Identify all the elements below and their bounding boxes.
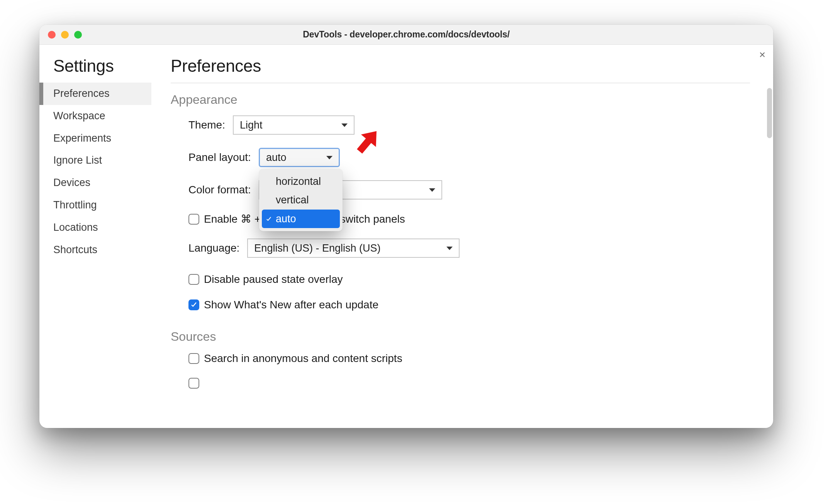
theme-select[interactable]: Light — [233, 115, 355, 135]
sidebar-item-devices[interactable]: Devices — [39, 172, 151, 194]
devtools-window: DevTools - developer.chrome.com/docs/dev… — [39, 25, 773, 428]
panel-layout-select-value: auto — [266, 152, 319, 164]
truncated-checkbox[interactable] — [188, 378, 199, 389]
panel-layout-option-horizontal[interactable]: horizontal — [262, 172, 340, 191]
search-anon-row: Search in anonymous and content scripts — [188, 352, 765, 365]
disable-paused-label: Disable paused state overlay — [204, 273, 343, 286]
chevron-down-icon — [429, 188, 435, 192]
settings-nav: Preferences Workspace Experiments Ignore… — [39, 83, 151, 261]
settings-sidebar: Settings Preferences Workspace Experimen… — [39, 45, 151, 428]
window-minimize-button[interactable] — [61, 31, 69, 39]
disable-paused-checkbox[interactable] — [188, 274, 199, 285]
sidebar-item-throttling[interactable]: Throttling — [39, 194, 151, 216]
window-close-button[interactable] — [48, 31, 56, 39]
traffic-lights — [48, 31, 82, 39]
window-zoom-button[interactable] — [74, 31, 82, 39]
theme-select-value: Light — [240, 119, 334, 131]
divider — [171, 83, 750, 83]
panel-layout-option-vertical[interactable]: vertical — [262, 191, 340, 209]
check-icon — [266, 212, 272, 226]
chevron-down-icon — [446, 247, 453, 250]
theme-row: Theme: Light — [188, 115, 765, 135]
scrollbar-thumb[interactable] — [767, 88, 772, 138]
theme-label: Theme: — [188, 119, 225, 131]
sidebar-item-preferences[interactable]: Preferences — [39, 83, 151, 105]
panel-layout-row: Panel layout: auto horizontal vertical — [188, 148, 765, 167]
panel-layout-option-auto-label: auto — [276, 213, 296, 225]
window-title: DevTools - developer.chrome.com/docs/dev… — [303, 29, 510, 40]
chevron-down-icon — [326, 156, 333, 159]
language-row: Language: English (US) - English (US) — [188, 238, 765, 258]
appearance-section-title: Appearance — [171, 93, 765, 107]
show-whats-new-checkbox[interactable] — [188, 299, 199, 310]
panel-layout-dropdown: horizontal vertical auto — [259, 169, 343, 231]
color-format-label: Color format: — [188, 184, 251, 196]
language-select-value: English (US) - English (US) — [254, 242, 439, 254]
show-whats-new-row: Show What's New after each update — [188, 299, 765, 311]
truncated-row — [188, 378, 765, 389]
settings-heading: Settings — [39, 56, 151, 83]
panel-layout-label: Panel layout: — [188, 151, 251, 164]
sidebar-item-shortcuts[interactable]: Shortcuts — [39, 239, 151, 261]
sidebar-item-locations[interactable]: Locations — [39, 216, 151, 239]
sidebar-item-ignore-list[interactable]: Ignore List — [39, 149, 151, 172]
enable-shortcut-suffix: switch panels — [340, 213, 405, 225]
panel-layout-option-auto[interactable]: auto — [262, 210, 340, 228]
page-title: Preferences — [171, 56, 765, 83]
disable-paused-row: Disable paused state overlay — [188, 273, 765, 286]
language-select[interactable]: English (US) - English (US) — [247, 238, 460, 258]
search-anon-checkbox[interactable] — [188, 353, 199, 364]
sources-section-title: Sources — [171, 330, 765, 344]
language-label: Language: — [188, 242, 239, 254]
sidebar-item-workspace[interactable]: Workspace — [39, 105, 151, 127]
show-whats-new-label: Show What's New after each update — [204, 299, 378, 311]
chevron-down-icon — [341, 123, 348, 127]
enable-shortcut-checkbox[interactable] — [188, 214, 199, 225]
preferences-panel: Preferences Appearance Theme: Light — [151, 45, 773, 428]
sidebar-item-experiments[interactable]: Experiments — [39, 127, 151, 150]
panel-layout-select[interactable]: auto horizontal vertical aut — [259, 148, 340, 167]
window-titlebar: DevTools - developer.chrome.com/docs/dev… — [39, 25, 773, 45]
enable-shortcut-prefix: Enable ⌘ + — [204, 213, 264, 225]
search-anon-label: Search in anonymous and content scripts — [204, 352, 402, 365]
